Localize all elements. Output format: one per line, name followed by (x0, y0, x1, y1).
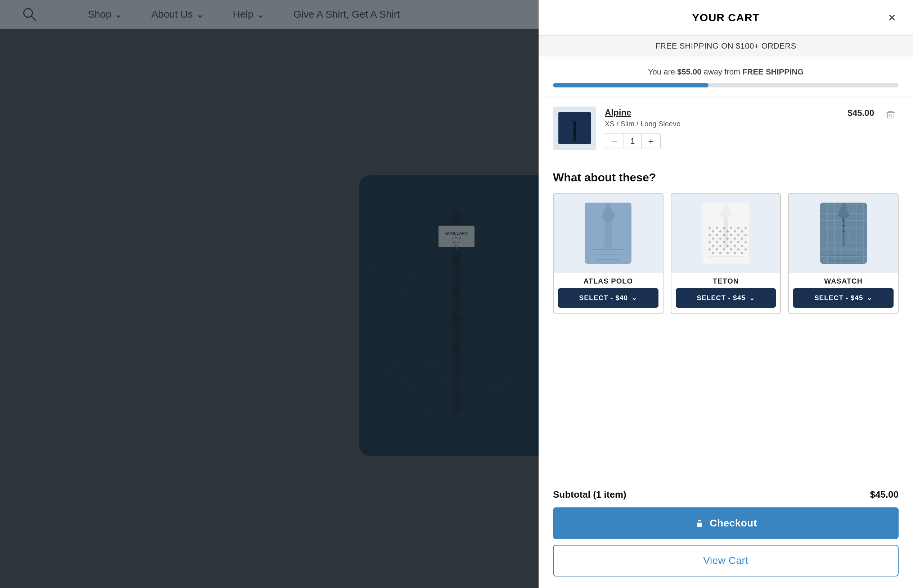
svg-point-100 (842, 220, 845, 222)
svg-point-81 (741, 252, 743, 254)
svg-point-20 (573, 128, 576, 130)
svg-point-39 (716, 227, 718, 229)
svg-point-61 (745, 248, 747, 250)
svg-point-70 (734, 237, 736, 240)
svg-point-38 (709, 227, 711, 229)
cart-footer: Subtotal (1 item) $45.00 Checkout View C… (539, 480, 913, 588)
svg-point-71 (741, 237, 743, 240)
upsell-teton-image (672, 194, 780, 273)
upsell-teton-select-button[interactable]: SELECT - $45 ⌄ (676, 288, 776, 308)
svg-rect-31 (604, 219, 612, 247)
svg-point-46 (723, 234, 725, 236)
cart-item-variant: XS / Slim / Long Sleeve (605, 120, 839, 128)
svg-point-41 (730, 227, 732, 229)
view-cart-button[interactable]: View Cart (553, 545, 898, 577)
svg-point-80 (734, 252, 736, 254)
svg-point-67 (712, 237, 714, 240)
cart-item-price: $45.00 (848, 107, 874, 118)
svg-point-40 (723, 227, 725, 229)
svg-point-48 (737, 234, 740, 236)
svg-point-76 (741, 245, 743, 247)
shipping-progress-section: You are $55.00 away from FREE SHIPPING (539, 57, 913, 97)
svg-point-102 (842, 230, 845, 233)
upsell-title: What about these? (553, 171, 898, 184)
upsell-wasatch-name: WASATCH (789, 273, 898, 288)
svg-point-62 (712, 230, 714, 233)
upsell-atlas-select-button[interactable]: SELECT - $40 ⌄ (558, 288, 659, 308)
svg-point-49 (745, 234, 747, 236)
upsell-wasatch-select-button[interactable]: SELECT - $45 ⌄ (793, 288, 894, 308)
svg-point-51 (716, 241, 718, 243)
checkout-button[interactable]: Checkout (553, 507, 898, 539)
upsell-grid: ATLAS POLO SELECT - $40 ⌄ (553, 193, 898, 314)
svg-point-60 (737, 248, 740, 250)
delete-item-button[interactable] (883, 107, 898, 125)
svg-point-101 (842, 225, 845, 227)
close-cart-button[interactable]: × (885, 8, 898, 27)
svg-point-21 (573, 133, 576, 135)
cart-item-details: Alpine XS / Slim / Long Sleeve − 1 + (605, 108, 839, 149)
svg-point-78 (719, 252, 722, 254)
upsell-teton-name: TETON (672, 273, 780, 288)
cart-body: You are $55.00 away from FREE SHIPPING A… (539, 57, 913, 480)
upsell-item-wasatch: WASATCH SELECT - $45 ⌄ (788, 193, 898, 314)
shipping-progress-text: You are $55.00 away from FREE SHIPPING (553, 67, 898, 77)
upsell-section: What about these? (539, 160, 913, 325)
lock-icon (694, 518, 704, 528)
svg-point-75 (734, 245, 736, 247)
upsell-atlas-name: ATLAS POLO (554, 273, 663, 288)
cart-panel: YOUR CART × FREE SHIPPING ON $100+ ORDER… (539, 0, 913, 588)
cart-item-image (553, 107, 596, 150)
svg-point-59 (730, 248, 732, 250)
upsell-atlas-image (554, 194, 663, 273)
svg-rect-105 (697, 523, 702, 527)
svg-point-68 (719, 237, 722, 240)
quantity-value: 1 (623, 134, 641, 149)
upsell-item-teton: TETON SELECT - $45 ⌄ (671, 193, 781, 314)
cart-title: YOUR CART (692, 11, 759, 24)
cart-header: YOUR CART × (539, 0, 913, 36)
svg-point-79 (727, 252, 728, 254)
svg-point-58 (723, 248, 725, 250)
subtotal-row: Subtotal (1 item) $45.00 (553, 489, 898, 500)
svg-point-47 (730, 234, 732, 236)
svg-point-53 (730, 241, 732, 243)
shipping-progress-bar (553, 83, 898, 87)
svg-point-55 (745, 241, 747, 243)
svg-point-73 (719, 245, 722, 247)
svg-point-77 (712, 252, 714, 254)
svg-point-45 (716, 234, 718, 236)
upsell-item-atlas: ATLAS POLO SELECT - $40 ⌄ (553, 193, 664, 314)
svg-point-19 (573, 123, 576, 125)
svg-point-56 (709, 248, 711, 250)
teton-btn-chevron-icon: ⌄ (749, 294, 755, 302)
svg-point-43 (745, 227, 747, 229)
decrease-quantity-button[interactable]: − (605, 134, 623, 149)
wasatch-btn-chevron-icon: ⌄ (866, 294, 873, 302)
atlas-btn-chevron-icon: ⌄ (631, 294, 637, 302)
svg-point-63 (719, 230, 722, 233)
svg-point-65 (734, 230, 736, 233)
upsell-wasatch-image (789, 194, 898, 273)
progress-bar-fill (553, 83, 709, 87)
svg-rect-22 (887, 113, 894, 118)
free-shipping-banner: FREE SHIPPING ON $100+ ORDERS (539, 36, 913, 57)
svg-point-64 (727, 230, 728, 233)
cart-item: Alpine XS / Slim / Long Sleeve − 1 + $45… (539, 97, 913, 160)
svg-point-66 (741, 230, 743, 233)
svg-point-44 (709, 234, 711, 236)
svg-point-74 (727, 245, 728, 247)
svg-point-42 (737, 227, 740, 229)
svg-point-57 (716, 248, 718, 250)
svg-point-54 (737, 241, 740, 243)
quantity-control: − 1 + (605, 133, 660, 149)
svg-point-69 (727, 237, 728, 240)
cart-item-name[interactable]: Alpine (605, 108, 839, 118)
svg-point-52 (723, 241, 725, 243)
svg-point-72 (712, 245, 714, 247)
increase-quantity-button[interactable]: + (641, 134, 660, 149)
svg-point-50 (709, 241, 711, 243)
subtotal-label: Subtotal (1 item) (553, 489, 626, 500)
subtotal-value: $45.00 (870, 489, 898, 500)
